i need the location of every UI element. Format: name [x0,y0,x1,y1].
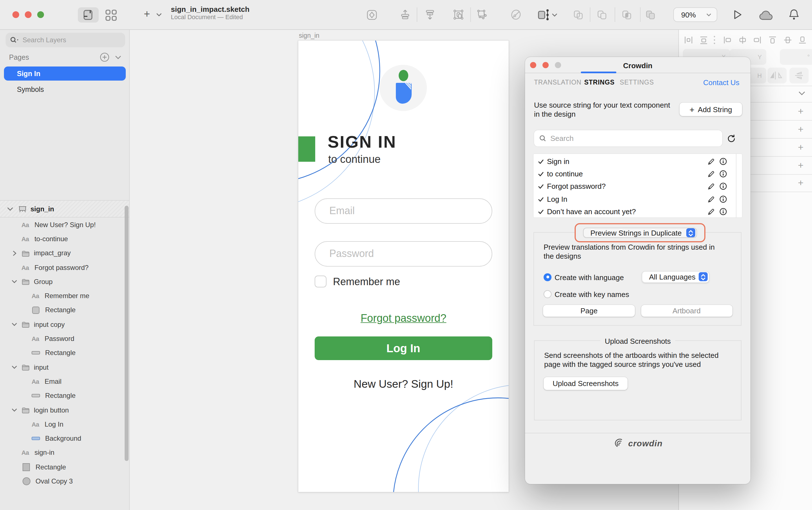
preview-play-button[interactable] [732,9,743,20]
add-blur-button[interactable]: + [798,178,804,189]
rotate-tool-button[interactable] [510,9,522,20]
upload-screenshots-button[interactable]: Upload Screenshots [544,377,628,390]
sidebar-page-symbols[interactable]: Symbols [4,82,126,96]
edit-pencil-icon[interactable] [707,208,715,215]
string-row[interactable]: Forgot password? [533,180,742,193]
boolean-union-button[interactable] [573,9,584,20]
info-icon[interactable] [720,170,727,178]
sidebar-scrollbar[interactable] [125,206,128,461]
layer-row[interactable]: Rectangle [0,303,129,318]
layer-row[interactable]: AaLog In [0,417,129,431]
grid-view-toggle[interactable] [105,9,117,22]
create-with-key-names-radio[interactable] [544,290,551,298]
add-page-button[interactable] [100,52,109,62]
info-icon[interactable] [720,157,727,165]
layer-row[interactable]: login button [0,403,129,417]
layer-row[interactable]: Group [0,274,129,289]
align-right-icon[interactable] [753,35,762,44]
distribute-horizontally-icon[interactable] [684,35,693,44]
layer-row[interactable]: AaNew User? Sign Up! [0,217,129,232]
traffic-light-zoom-button[interactable] [37,11,44,18]
artboard-title[interactable]: sign_in [299,32,319,39]
contact-us-link[interactable]: Contact Us [703,78,740,87]
insert-chevron-icon[interactable] [156,12,163,17]
boolean-intersect-button[interactable] [621,9,632,20]
align-center-horizontal-icon[interactable] [738,35,747,44]
info-icon[interactable] [720,183,727,190]
layer-row[interactable]: Aato-continue [0,232,129,246]
align-middle-vertical-icon[interactable] [783,35,792,44]
info-icon[interactable] [720,208,727,215]
layer-row[interactable]: AaForgot password? [0,260,129,275]
insert-button[interactable]: + [144,8,150,20]
edit-pencil-icon[interactable] [707,170,715,178]
group-button[interactable] [453,9,464,20]
boolean-difference-button[interactable] [645,9,656,20]
layer-row[interactable]: Oval Copy 3 [0,474,129,488]
detach-button[interactable] [476,9,487,20]
page-button[interactable]: Page [543,305,635,317]
artboard-layer-header[interactable]: sign_in [0,200,129,217]
edit-pencil-icon[interactable] [707,183,715,190]
sidebar-page-sign-in[interactable]: Sign In [4,66,126,81]
add-border-button[interactable]: + [798,142,804,153]
flip-horizontal-button[interactable] [767,68,787,83]
preview-strings-dropdown[interactable]: Preview Strings in Duplicate [583,228,697,238]
forgot-password-link[interactable]: Forgot password? [298,312,509,324]
layer-row[interactable]: Background [0,431,129,446]
tab-strings[interactable]: STRINGS [584,79,615,86]
refresh-icon[interactable] [727,134,735,143]
move-forward-button[interactable] [400,9,410,20]
section-collapse-chevron-icon[interactable] [798,91,806,96]
resize-chevron-icon[interactable] [551,13,558,17]
email-input[interactable]: Email [315,198,492,223]
symbol-tool-button[interactable] [367,9,377,20]
edit-pencil-icon[interactable] [707,196,715,203]
align-top-icon[interactable] [768,35,777,44]
remember-me-checkbox[interactable] [315,276,326,287]
flip-vertical-button[interactable] [789,68,809,83]
add-style-button[interactable]: + [798,106,804,117]
edit-pencil-icon[interactable] [707,157,715,165]
string-row[interactable]: to continue [533,168,742,180]
tab-settings[interactable]: SETTINGS [620,79,654,86]
chevron-right-icon[interactable] [12,250,17,256]
distribute-vertically-icon[interactable] [699,35,708,44]
add-shadow-button[interactable]: + [798,160,804,171]
layer-row[interactable]: AaPassword [0,332,129,346]
align-options-dots-icon[interactable] [713,35,716,45]
string-row[interactable]: Don’t have an account yet? [533,205,742,218]
align-bottom-icon[interactable] [798,35,807,44]
rotation-field[interactable]: ° [780,49,812,65]
language-dropdown[interactable]: All Languages [642,271,709,282]
layer-row[interactable]: Rectangle [0,346,129,360]
tab-translation[interactable]: TRANSLATION [534,79,581,86]
info-icon[interactable] [720,196,727,203]
add-fill-button[interactable]: + [798,124,804,135]
add-string-button[interactable]: + Add String [679,102,742,116]
chevron-down-icon[interactable] [11,322,18,327]
create-with-language-radio[interactable] [544,273,551,281]
zoom-dropdown[interactable]: 90% [673,7,717,22]
align-left-icon[interactable] [723,35,732,44]
layer-list-view-toggle[interactable] [78,7,99,23]
layer-row[interactable]: AaEmail [0,374,129,389]
log-in-button[interactable]: Log In [315,336,492,360]
password-input[interactable]: Password [315,241,492,267]
artboard-button[interactable]: Artboard [641,305,732,317]
layer-row[interactable]: Aasign-in [0,446,129,460]
pages-collapse-chevron-icon[interactable] [114,55,122,60]
search-layers-field[interactable]: Search Layers [6,33,125,47]
traffic-light-close-button[interactable] [12,11,19,18]
chevron-down-icon[interactable] [7,207,13,211]
notifications-button[interactable] [788,8,800,21]
layer-row[interactable]: Rectangle [0,460,129,474]
sign-up-text[interactable]: New User? Sign Up! [298,377,509,390]
chevron-down-icon[interactable] [11,365,18,369]
layer-row[interactable]: Rectangle [0,389,129,403]
chevron-down-icon[interactable] [11,408,18,412]
chevron-down-icon[interactable] [11,279,18,284]
layer-row[interactable]: impact_gray [0,246,129,260]
cloud-sync-button[interactable] [758,10,775,21]
traffic-light-minimize-button[interactable] [25,11,32,18]
